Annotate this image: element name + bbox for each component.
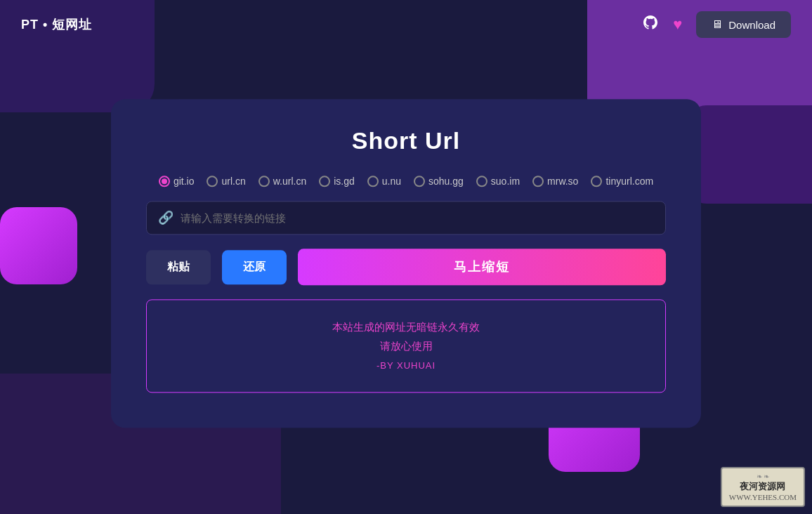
radio-label-git.io: git.io xyxy=(173,176,195,187)
radio-option-url.cn[interactable]: url.cn xyxy=(207,176,245,187)
radio-option-sohu.gg[interactable]: sohu.gg xyxy=(414,176,464,187)
radio-circle-tinyurl.com xyxy=(591,176,602,187)
radio-circle-is.gd xyxy=(319,176,330,187)
info-line3: -BY XUHUAI xyxy=(161,360,651,371)
app-logo: PT • 短网址 xyxy=(21,16,92,33)
radio-option-tinyurl.com[interactable]: tinyurl.com xyxy=(591,176,653,187)
radio-label-tinyurl.com: tinyurl.com xyxy=(605,176,653,187)
nav-right: ♥ 🖥 Download xyxy=(642,11,791,38)
radio-option-git.io[interactable]: git.io xyxy=(159,176,195,187)
url-input[interactable] xyxy=(181,212,654,224)
radio-option-is.gd[interactable]: is.gd xyxy=(319,176,355,187)
radio-circle-w.url.cn xyxy=(258,176,270,187)
radio-option-mrw.so[interactable]: mrw.so xyxy=(532,176,578,187)
shorten-button[interactable]: 马上缩短 xyxy=(298,249,666,285)
radio-circle-git.io xyxy=(159,176,170,187)
info-line2: 请放心使用 xyxy=(161,340,651,353)
download-label: Download xyxy=(728,19,775,31)
info-box: 本站生成的网址无暗链永久有效 请放心使用 -BY XUHUAI xyxy=(146,299,666,393)
info-line1: 本站生成的网址无暗链永久有效 xyxy=(161,321,651,334)
main-card: Short Url git.iourl.cnw.url.cnis.gdu.nus… xyxy=(111,99,701,428)
bg-blob-mid-right xyxy=(686,105,812,204)
url-input-wrapper: 🔗 xyxy=(146,201,666,235)
radio-label-url.cn: url.cn xyxy=(221,176,245,187)
link-icon: 🔗 xyxy=(158,210,173,225)
download-button[interactable]: 🖥 Download xyxy=(696,11,791,38)
radio-circle-sohu.gg xyxy=(414,176,425,187)
watermark: ❧ ❧ 夜河资源网 WWW.YEHES.COM xyxy=(721,467,805,507)
restore-button[interactable]: 还原 xyxy=(222,250,287,284)
radio-circle-url.cn xyxy=(207,176,218,187)
watermark-url: WWW.YEHES.COM xyxy=(729,493,797,501)
radio-circle-u.nu xyxy=(367,176,379,187)
radio-label-sohu.gg: sohu.gg xyxy=(428,176,464,187)
radio-label-w.url.cn: w.url.cn xyxy=(273,176,306,187)
radio-label-suo.im: suo.im xyxy=(491,176,520,187)
radio-circle-mrw.so xyxy=(532,176,544,187)
watermark-site-name: 夜河资源网 xyxy=(729,480,797,493)
navbar: PT • 短网址 ♥ 🖥 Download xyxy=(0,0,812,49)
radio-label-u.nu: u.nu xyxy=(382,176,401,187)
radio-option-w.url.cn[interactable]: w.url.cn xyxy=(258,176,306,187)
radio-option-u.nu[interactable]: u.nu xyxy=(367,176,401,187)
heart-icon[interactable]: ♥ xyxy=(673,15,682,34)
radio-label-is.gd: is.gd xyxy=(334,176,355,187)
radio-label-mrw.so: mrw.so xyxy=(547,176,578,187)
paste-button[interactable]: 粘贴 xyxy=(146,250,211,284)
watermark-deco-top: ❧ ❧ xyxy=(729,473,797,480)
radio-circle-suo.im xyxy=(476,176,487,187)
buttons-row: 粘贴 还原 马上缩短 xyxy=(146,249,666,285)
download-icon: 🖥 xyxy=(712,18,723,31)
bg-blob-left-mid xyxy=(0,207,77,284)
card-title: Short Url xyxy=(146,127,666,154)
radio-group: git.iourl.cnw.url.cnis.gdu.nusohu.ggsuo.… xyxy=(146,176,666,187)
github-icon[interactable] xyxy=(642,14,659,35)
radio-option-suo.im[interactable]: suo.im xyxy=(476,176,520,187)
